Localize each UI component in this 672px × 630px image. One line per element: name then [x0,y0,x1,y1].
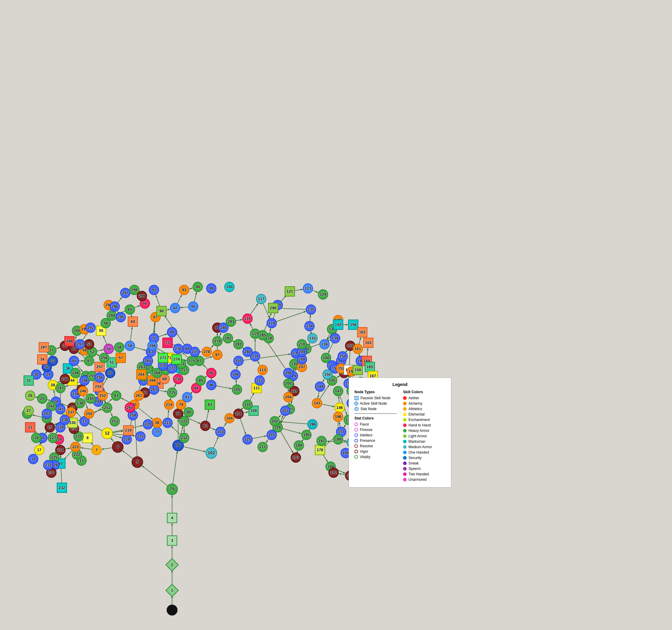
legend-passive-node: Passive Skill Node [354,396,397,400]
legend-panel: Legend Node Types Passive Skill Node Act… [349,377,451,487]
legend-active-node: Active Skill Node [354,401,397,405]
passive-node-label: Passive Skill Node [360,396,390,400]
two-handed-label: Two Handed [408,472,429,476]
skill-colors-label: Skill Colors [403,390,446,394]
stat-node-icon [354,407,359,411]
stat-node-label: Stat Node [360,407,377,411]
node-types-label: Node Types [354,390,397,394]
legend-title: Legend [354,382,446,387]
active-node-label: Active Skill Node [360,401,387,405]
passive-node-icon [354,396,359,400]
stat-colors-label: Stat Colors [354,416,397,420]
hand-to-hand-label: Hand to Hand [408,423,431,427]
active-node-icon [354,401,359,406]
legend-stat-node: Stat Node [354,407,397,411]
